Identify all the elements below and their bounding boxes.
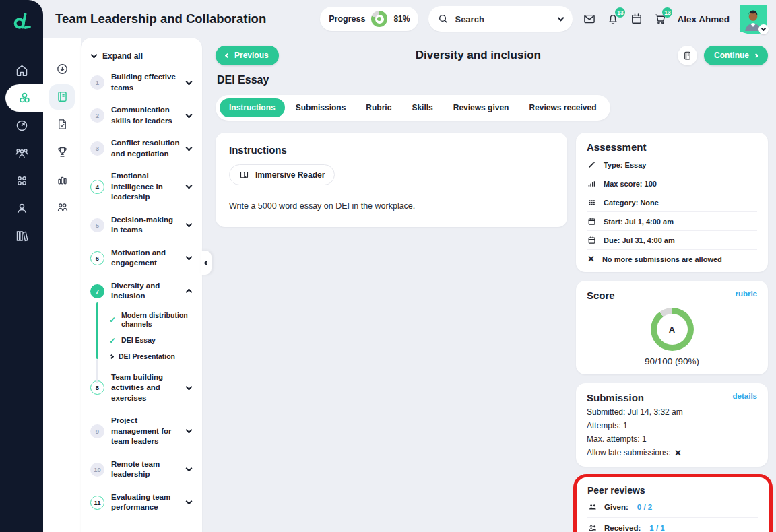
module-title: Decision-making in teams bbox=[111, 215, 180, 236]
rail-people[interactable] bbox=[43, 193, 81, 221]
signal-bars-icon bbox=[587, 179, 596, 188]
module-item-8[interactable]: 8 Team building activities and exercises bbox=[90, 366, 194, 410]
rubric-link[interactable]: rubric bbox=[735, 290, 757, 298]
trophy-icon bbox=[56, 145, 69, 158]
notifications-button[interactable]: 13 bbox=[606, 12, 620, 26]
module-title: Diversity and inclusion bbox=[111, 281, 180, 302]
nav-apps[interactable] bbox=[0, 167, 43, 195]
previous-label: Previous bbox=[234, 51, 269, 60]
score-grade: A bbox=[657, 314, 688, 345]
module-title: Project management for team leaders bbox=[111, 415, 180, 447]
module-item-11[interactable]: 11 Evaluating team performance bbox=[90, 486, 194, 519]
instructions-card: Instructions Immersive Reader Write a 50… bbox=[216, 133, 567, 227]
main-content: Previous Diversity and inclusion Continu… bbox=[202, 38, 776, 532]
expand-all-button[interactable]: Expand all bbox=[90, 44, 194, 66]
tab-instructions[interactable]: Instructions bbox=[220, 98, 285, 117]
given-value[interactable]: 0 / 2 bbox=[637, 503, 652, 511]
chevron-up-icon bbox=[186, 289, 193, 296]
tab-rubric[interactable]: Rubric bbox=[356, 98, 401, 117]
nav-groups[interactable] bbox=[0, 139, 43, 167]
instructions-body: Write a 5000 word essay on DEI in the wo… bbox=[229, 201, 554, 211]
home-icon bbox=[15, 63, 29, 77]
nav-profile[interactable] bbox=[0, 195, 43, 222]
module-item-3[interactable]: 3 Conflict resolution and negotiation bbox=[90, 132, 194, 165]
panel-collapse-handle[interactable] bbox=[201, 251, 212, 275]
lesson-item-dei-presentation[interactable]: DEI Presentation bbox=[109, 349, 194, 365]
module-title: Evaluating team performance bbox=[111, 492, 180, 513]
reviews-given-icon bbox=[588, 502, 597, 512]
rail-awards[interactable] bbox=[43, 138, 81, 166]
check-icon: ✓ bbox=[109, 336, 116, 345]
immersive-reader-button[interactable]: Immersive Reader bbox=[229, 164, 335, 185]
module-item-9[interactable]: 9 Project management for team leaders bbox=[90, 409, 194, 453]
chevron-down-icon bbox=[186, 254, 193, 261]
assessment-row-text: Start: Jul 1, 4:00 am bbox=[604, 218, 674, 226]
peer-reviews-highlight: Peer reviews Given: 0 / 2 bbox=[573, 474, 773, 532]
lesson-item-modern-distribution-channels[interactable]: ✓ Modern distribution channels bbox=[109, 308, 194, 333]
assessment-row-text: Category: None bbox=[604, 199, 659, 207]
immersive-reader-icon bbox=[239, 170, 249, 180]
chevron-down-icon bbox=[186, 111, 193, 118]
lesson-nav-row: Previous Diversity and inclusion Continu… bbox=[216, 44, 768, 66]
rail-lessons[interactable] bbox=[43, 83, 81, 110]
nav-home[interactable] bbox=[0, 57, 43, 84]
user-avatar[interactable] bbox=[740, 5, 767, 32]
dashboard-icon bbox=[15, 119, 29, 133]
reader-toggle-button[interactable] bbox=[678, 46, 697, 65]
received-value[interactable]: 1 / 1 bbox=[649, 524, 664, 532]
user-name[interactable]: Alex Ahmed bbox=[677, 14, 730, 24]
nav-modules[interactable] bbox=[5, 84, 43, 112]
tab-submissions[interactable]: Submissions bbox=[286, 98, 356, 117]
module-item-1[interactable]: 1 Building effective teams bbox=[90, 66, 194, 99]
lesson-item-dei-essay[interactable]: ✓ DEI Essay bbox=[109, 333, 194, 349]
submission-allow-late: Allow late submissions: ✕ bbox=[587, 448, 757, 457]
continue-label: Continue bbox=[714, 51, 749, 60]
notification-badge: 13 bbox=[615, 7, 625, 18]
messages-button[interactable] bbox=[583, 12, 596, 26]
module-7-sublist: ✓ Modern distribution channels ✓ DEI Ess… bbox=[90, 308, 194, 365]
module-title: Conflict resolution and negotiation bbox=[111, 138, 180, 159]
score-card: Score rubric A 90/100 (90%) bbox=[576, 281, 768, 374]
given-label: Given: bbox=[604, 503, 628, 511]
search-input[interactable] bbox=[455, 14, 552, 24]
submission-heading: Submission bbox=[587, 392, 644, 403]
rail-overview[interactable] bbox=[43, 55, 81, 83]
module-item-5[interactable]: 5 Decision-making in teams bbox=[90, 209, 194, 242]
calendar-button[interactable] bbox=[630, 12, 643, 26]
previous-button[interactable]: Previous bbox=[216, 46, 279, 65]
module-number: 5 bbox=[90, 218, 104, 232]
app-logo[interactable] bbox=[0, 0, 43, 43]
progress-pill[interactable]: Progress 81% bbox=[320, 7, 418, 31]
tab-reviews-given[interactable]: Reviews given bbox=[444, 98, 519, 117]
continue-button[interactable]: Continue bbox=[704, 46, 768, 65]
module-item-7[interactable]: 7 Diversity and inclusion bbox=[90, 275, 194, 308]
calendar-icon bbox=[630, 12, 643, 26]
cart-button[interactable]: 13 bbox=[653, 12, 667, 26]
rail-analytics[interactable] bbox=[43, 166, 81, 193]
avatar-menu-chevron[interactable] bbox=[758, 24, 769, 34]
chevron-down-icon bbox=[186, 221, 193, 228]
submission-submitted: Submitted: Jul 14, 3:32 am bbox=[587, 407, 757, 417]
nav-dashboard[interactable] bbox=[0, 112, 43, 139]
details-link[interactable]: details bbox=[733, 392, 757, 400]
peer-reviews-given-row: Given: 0 / 2 bbox=[587, 497, 758, 517]
module-item-2[interactable]: 2 Communication skills for leaders bbox=[90, 99, 194, 132]
rail-assignments[interactable] bbox=[43, 110, 81, 138]
nav-library[interactable] bbox=[0, 222, 43, 250]
submission-max-attempts: Max. attempts: 1 bbox=[587, 434, 757, 444]
cross-icon: ✕ bbox=[587, 255, 595, 263]
tab-skills[interactable]: Skills bbox=[402, 98, 442, 117]
submission-card: Submission details Submitted: Jul 14, 3:… bbox=[576, 383, 768, 467]
chevron-down-icon bbox=[186, 465, 193, 472]
tab-reviews-received[interactable]: Reviews received bbox=[519, 98, 606, 117]
lesson-title: DEI Essay bbox=[217, 74, 768, 86]
module-item-4[interactable]: 4 Emotional intelligence in leadership bbox=[90, 165, 194, 209]
module-item-10[interactable]: 10 Remote team leadership bbox=[90, 453, 194, 486]
reviews-received-icon bbox=[588, 523, 597, 532]
pencil-icon bbox=[587, 160, 596, 169]
assessment-row-max-score: Max score: 100 bbox=[587, 174, 757, 193]
chevron-down-icon bbox=[91, 52, 98, 59]
cart-badge: 13 bbox=[662, 7, 672, 18]
search-scope-chevron-icon[interactable] bbox=[558, 15, 564, 22]
module-item-6[interactable]: 6 Motivation and engagement bbox=[90, 242, 194, 275]
